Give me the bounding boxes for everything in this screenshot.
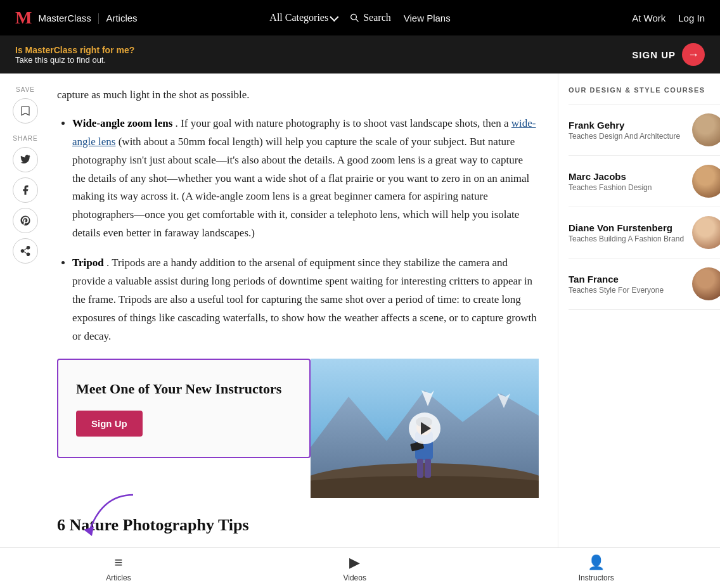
svg-point-4 xyxy=(27,253,30,256)
bottom-nav-label: Articles xyxy=(106,573,131,582)
svg-point-0 xyxy=(351,14,357,20)
item-title-wide-angle: Wide-angle zoom lens xyxy=(72,117,172,129)
bottom-nav-instructors[interactable]: 👤 Instructors xyxy=(579,554,614,582)
course-subtitle: Teaches Style For Everyone xyxy=(569,286,685,295)
course-item[interactable]: Marc Jacobs Teaches Fashion Design xyxy=(569,156,720,207)
course-avatar xyxy=(692,267,720,300)
nav-articles-label: Articles xyxy=(106,13,137,23)
video-play-button[interactable] xyxy=(409,412,440,444)
top-nav: M MasterClass | Articles All Categories … xyxy=(0,0,720,35)
left-sidebar: SAVE SHARE xyxy=(0,74,51,558)
search-icon xyxy=(350,13,359,22)
course-item[interactable]: Frank Gehry Teaches Design And Architect… xyxy=(569,104,720,156)
item-text-2: (with about a 50mm focal length) will he… xyxy=(72,136,529,239)
nav-right: At Work Log In xyxy=(632,13,705,23)
course-name: Frank Gehry xyxy=(569,120,685,131)
item-title-tripod: Tripod xyxy=(72,257,104,269)
svg-line-5 xyxy=(23,252,27,253)
twitter-icon xyxy=(20,154,31,165)
course-name: Marc Jacobs xyxy=(569,171,685,182)
course-avatar xyxy=(692,216,720,249)
svg-rect-17 xyxy=(417,459,423,478)
article-intro: capture as much light in the shot as pos… xyxy=(57,86,539,105)
main-layout: SAVE SHARE capture as much light in the … xyxy=(0,74,720,558)
article-text: capture as much light in the shot as pos… xyxy=(57,86,539,346)
course-item[interactable]: Tan France Teaches Style For Everyone xyxy=(569,259,720,310)
item-text-tripod: . Tripods are a handy addition to the ar… xyxy=(72,257,537,342)
course-info: Diane Von Furstenberg Teaches Building A… xyxy=(569,222,685,243)
article-content: capture as much light in the shot as pos… xyxy=(51,74,558,558)
svg-point-3 xyxy=(21,250,24,253)
article-list: Wide-angle zoom lens . If your goal with… xyxy=(57,115,539,346)
promo-box-title: Meet One of Your New Instructors xyxy=(76,380,292,399)
at-work-link[interactable]: At Work xyxy=(632,13,665,23)
promo-text: Is MasterClass right for me? Take this q… xyxy=(15,45,134,65)
signup-button[interactable]: SIGN UP → xyxy=(632,43,705,66)
svg-point-13 xyxy=(311,476,539,498)
facebook-share-button[interactable] xyxy=(13,177,38,203)
course-avatar xyxy=(692,113,720,146)
log-in-link[interactable]: Log In xyxy=(678,13,705,23)
save-label: SAVE xyxy=(16,86,35,93)
list-item-tripod: Tripod . Tripods are a handy addition to… xyxy=(72,254,539,345)
search-button[interactable]: Search xyxy=(350,12,391,23)
item-text-1: . If your goal with nature photography i… xyxy=(176,117,511,129)
course-info: Frank Gehry Teaches Design And Architect… xyxy=(569,120,685,141)
bottom-nav-icon: ▶ xyxy=(349,554,360,571)
course-subtitle: Teaches Building A Fashion Brand xyxy=(569,234,685,243)
all-categories-menu[interactable]: All Categories xyxy=(269,12,337,23)
courses-heading: OUR DESIGN & STYLE COURSES xyxy=(569,86,720,94)
svg-point-2 xyxy=(27,246,30,250)
logo-text: MasterClass xyxy=(38,13,91,23)
promo-box-area: Meet One of Your New Instructors Sign Up xyxy=(57,359,539,498)
all-categories-label: All Categories xyxy=(269,12,328,23)
logo-m-icon: M xyxy=(15,9,32,27)
svg-rect-18 xyxy=(425,459,431,478)
list-item-wide-angle: Wide-angle zoom lens . If your goal with… xyxy=(72,115,539,243)
course-item[interactable]: Diane Von Furstenberg Teaches Building A… xyxy=(569,207,720,259)
bottom-nav-articles[interactable]: ≡ Articles xyxy=(106,554,131,582)
logo[interactable]: M MasterClass xyxy=(15,9,91,27)
nav-divider: | xyxy=(98,11,100,25)
bottom-nav-videos[interactable]: ▶ Videos xyxy=(343,554,366,582)
nav-center: All Categories Search View Plans xyxy=(269,12,450,23)
bookmark-button[interactable] xyxy=(13,98,38,124)
svg-marker-7 xyxy=(84,527,94,536)
chevron-down-icon xyxy=(330,12,338,21)
pinterest-share-button[interactable] xyxy=(13,208,38,233)
course-info: Marc Jacobs Teaches Fashion Design xyxy=(569,171,685,192)
promo-banner: Is MasterClass right for me? Take this q… xyxy=(0,35,720,74)
pinterest-icon xyxy=(20,215,31,226)
share-label: SHARE xyxy=(13,135,37,142)
course-name: Tan France xyxy=(569,274,685,284)
twitter-share-button[interactable] xyxy=(13,147,38,172)
bottom-nav: ≡ Articles ▶ Videos 👤 Instructors xyxy=(0,547,720,588)
signup-arrow-icon: → xyxy=(682,43,705,66)
search-label: Search xyxy=(363,12,391,23)
promo-arrow xyxy=(70,489,146,546)
promo-question: Is MasterClass right for me? xyxy=(15,45,134,55)
course-subtitle: Teaches Fashion Design xyxy=(569,183,685,192)
promo-box: Meet One of Your New Instructors Sign Up xyxy=(57,359,311,459)
promo-subtext: Take this quiz to find out. xyxy=(15,55,134,65)
promo-signup-button[interactable]: Sign Up xyxy=(76,411,143,437)
course-name: Diane Von Furstenberg xyxy=(569,222,685,233)
course-subtitle: Teaches Design And Architecture xyxy=(569,132,685,141)
svg-line-1 xyxy=(356,19,358,22)
bottom-nav-icon: 👤 xyxy=(588,554,605,571)
share-more-button[interactable] xyxy=(13,238,38,264)
svg-line-6 xyxy=(23,248,27,250)
bottom-nav-label: Instructors xyxy=(579,573,614,582)
bottom-nav-icon: ≡ xyxy=(115,554,123,571)
view-plans-link[interactable]: View Plans xyxy=(404,13,451,23)
right-sidebar: OUR DESIGN & STYLE COURSES Frank Gehry T… xyxy=(558,74,720,558)
course-info: Tan France Teaches Style For Everyone xyxy=(569,274,685,295)
courses-list: Frank Gehry Teaches Design And Architect… xyxy=(569,104,720,310)
signup-label: SIGN UP xyxy=(632,49,676,60)
video-thumbnail[interactable] xyxy=(311,359,539,498)
share-icon xyxy=(20,245,31,257)
bottom-nav-label: Videos xyxy=(343,573,366,582)
facebook-icon xyxy=(20,184,31,196)
bookmark-icon xyxy=(20,105,31,117)
course-avatar xyxy=(692,165,720,198)
